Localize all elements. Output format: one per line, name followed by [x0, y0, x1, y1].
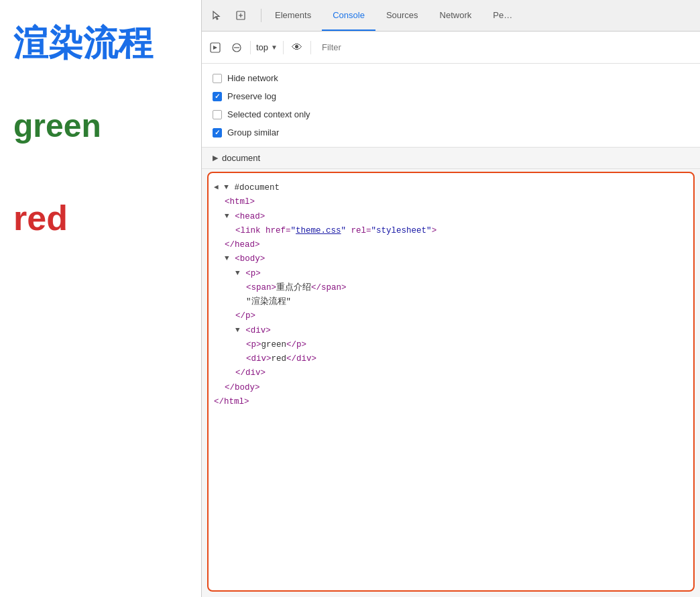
dom-line-p-close: </p> — [214, 309, 688, 323]
dom-line-text-content: "渲染流程" — [214, 295, 688, 309]
selected-context-checkbox[interactable] — [213, 110, 222, 119]
clear-icon[interactable] — [229, 40, 245, 56]
dom-line-html: <html> — [214, 195, 688, 209]
green-text: green — [13, 107, 188, 144]
div-expand-arrow[interactable]: ▼ — [235, 324, 244, 337]
hide-network-label: Hide network — [227, 73, 278, 83]
group-similar-checkbox[interactable] — [213, 128, 222, 138]
eye-icon[interactable]: 👁 — [289, 40, 305, 56]
inspect-icon[interactable] — [231, 6, 250, 25]
head-expand-arrow[interactable]: ▼ — [225, 210, 233, 223]
dom-line-div-close: </div> — [214, 366, 688, 380]
dom-line-p-open: ▼ <p> — [214, 267, 688, 281]
expand-arrow-icon: ▶ — [213, 154, 218, 162]
toolbar-divider-2 — [283, 41, 284, 54]
group-similar-label: Group similar — [227, 127, 279, 138]
dom-line-div-open: ▼ <div> — [214, 324, 688, 338]
theme-css-link[interactable]: theme.css — [296, 224, 341, 238]
dom-line-document: ◀ ▼ #document — [214, 181, 688, 195]
dom-line-p-green: <p>green</p> — [214, 338, 688, 352]
checkbox-row-preserve-log: Preserve log — [213, 87, 689, 105]
dom-line-html-close: </html> — [214, 395, 688, 409]
tab-console[interactable]: Console — [322, 0, 375, 31]
dropdown-arrow-icon: ▼ — [271, 44, 278, 51]
tab-elements[interactable]: Elements — [264, 0, 322, 31]
checkbox-row-selected-context: Selected context only — [213, 105, 689, 123]
toolbar-divider-1 — [250, 41, 251, 54]
hide-network-checkbox[interactable] — [213, 74, 222, 83]
dom-line-link: <link href="theme.css" rel="stylesheet"> — [214, 224, 688, 238]
dom-line-head-close: </head> — [214, 238, 688, 252]
tabs-icons — [207, 6, 250, 25]
left-panel: 渲染流程 green red — [0, 0, 201, 597]
checkbox-row-hide-network: Hide network — [213, 69, 689, 87]
preserve-log-label: Preserve log — [227, 91, 276, 101]
line-back-arrow[interactable]: ◀ — [214, 181, 223, 194]
document-section[interactable]: ▶ document — [202, 148, 700, 169]
devtools-panel: Elements Console Sources Network Pe… top… — [201, 0, 700, 597]
execute-icon[interactable] — [207, 40, 223, 56]
context-value: top — [256, 42, 268, 52]
preserve-log-checkbox[interactable] — [213, 92, 222, 101]
tab-performance[interactable]: Pe… — [482, 0, 523, 31]
dom-line-body-close: </body> — [214, 381, 688, 395]
checkbox-row-group-similar: Group similar — [213, 123, 689, 142]
dom-line-span: <span>重点介绍</span> — [214, 281, 688, 295]
tab-sources[interactable]: Sources — [375, 0, 429, 31]
console-toolbar: top ▼ 👁 — [202, 32, 700, 64]
red-text: red — [13, 198, 188, 238]
checkboxes-area: Hide network Preserve log Selected conte… — [202, 64, 700, 148]
dom-line-div-red: <div>red</div> — [214, 352, 688, 366]
document-expand-arrow[interactable]: ▼ — [224, 181, 233, 194]
body-expand-arrow[interactable]: ▼ — [225, 252, 233, 265]
document-label: document — [222, 153, 260, 163]
dom-line-body-open: ▼ <body> — [214, 252, 688, 266]
dom-tree-area: ◀ ▼ #document <html> ▼ <head> <link href… — [207, 172, 695, 592]
filter-input[interactable] — [316, 40, 695, 55]
tabs-bar: Elements Console Sources Network Pe… — [202, 0, 700, 32]
cursor-icon[interactable] — [207, 6, 226, 25]
chinese-title: 渲染流程 — [13, 20, 188, 67]
toolbar-divider-3 — [310, 41, 311, 54]
p-expand-arrow[interactable]: ▼ — [235, 267, 244, 280]
tab-network[interactable]: Network — [429, 0, 483, 31]
tab-separator — [261, 9, 261, 22]
context-selector[interactable]: top ▼ — [256, 42, 278, 52]
dom-line-head-open: ▼ <head> — [214, 210, 688, 224]
selected-context-label: Selected context only — [227, 109, 310, 119]
tabs-list: Elements Console Sources Network Pe… — [264, 0, 523, 31]
